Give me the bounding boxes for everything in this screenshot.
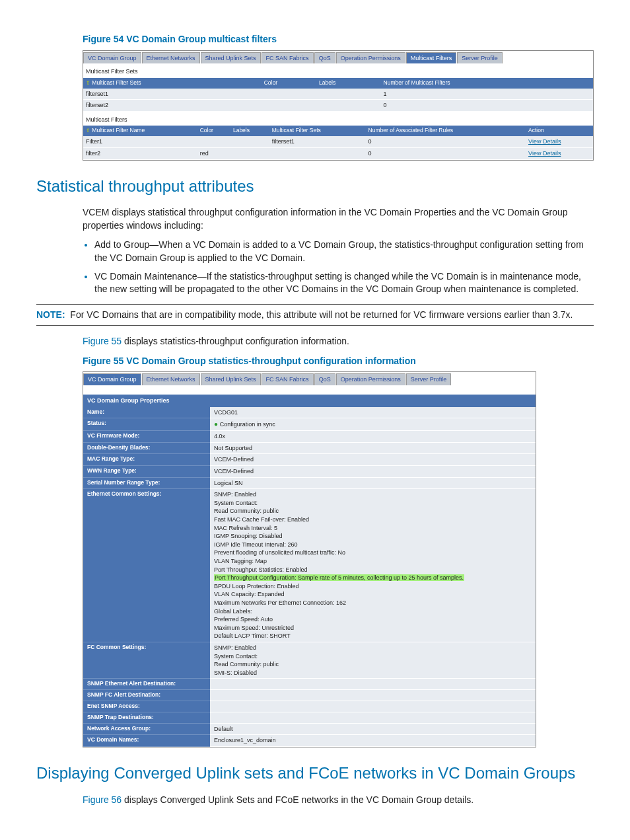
view-details-link[interactable]: View Details [528, 150, 561, 157]
tab-shared-uplink-sets[interactable]: Shared Uplink Sets [201, 373, 261, 385]
tab-qos[interactable]: QoS [314, 52, 335, 64]
prop-line: SMI-S: Disabled [214, 669, 532, 677]
table-row: filter2red0View Details [83, 147, 593, 159]
prop-label: Network Access Group: [83, 723, 210, 735]
prop-line: VLAN Capacity: Expanded [214, 590, 532, 599]
prop-line: MAC Refresh Interval: 5 [214, 524, 532, 533]
prop-label: Ethernet Common Settings: [83, 489, 210, 642]
cell: 0 [366, 136, 526, 147]
prop-label: Double-Density Blades: [83, 442, 210, 454]
prop-row: Ethernet Common Settings:SNMP: EnabledSy… [83, 489, 536, 642]
figure54-screenshot: VC Domain GroupEthernet NetworksShared U… [83, 50, 594, 161]
cell: Filter1 [83, 136, 197, 147]
prop-row: FC Common Settings:SNMP: EnabledSystem C… [83, 642, 536, 678]
bullet-item: Add to Group—When a VC Domain is added t… [94, 239, 594, 264]
col-header[interactable]: ⇧ Multicast Filter Name [83, 126, 197, 136]
prop-line: IGMP Idle Timeout Interval: 260 [214, 541, 532, 549]
prop-label: VC Domain Names: [83, 735, 210, 747]
filters-label: Multicast Filters [83, 112, 593, 126]
prop-value [210, 679, 536, 690]
cell [269, 147, 366, 159]
prop-row: Enet SNMP Access: [83, 701, 536, 712]
prop-label: SNMP FC Alert Destination: [83, 690, 210, 701]
cell: filterset1 [269, 136, 366, 147]
figure54-title: Figure 54 VC Domain Group multicast filt… [83, 33, 594, 46]
cell: filter2 [83, 147, 197, 159]
col-header[interactable]: Number of Associated Filter Rules [366, 126, 526, 136]
prop-value [210, 712, 536, 723]
view-details-link[interactable]: View Details [528, 138, 561, 145]
prop-row: VC Firmware Mode:4.0x [83, 431, 536, 443]
tab-operation-permissions[interactable]: Operation Permissions [336, 373, 405, 385]
col-header[interactable]: ⇧ Multicast Filter Sets [83, 77, 262, 88]
prop-value: SNMP: EnabledSystem Contact:Read Communi… [210, 642, 536, 678]
prop-label: Enet SNMP Access: [83, 701, 210, 712]
tab-fc-san-fabrics[interactable]: FC SAN Fabrics [262, 52, 314, 64]
table-row: Filter1filterset10View Details [83, 136, 593, 147]
prop-line: System Contact: [214, 652, 532, 661]
col-header[interactable]: Color [197, 126, 230, 136]
col-header[interactable]: Action [526, 126, 593, 136]
prop-value: ● Configuration in sync [210, 418, 536, 431]
prop-value: Enclosure1_vc_domain [210, 735, 536, 747]
cell [316, 100, 380, 112]
tab-multicast-filters[interactable]: Multicast Filters [406, 52, 457, 64]
tab-shared-uplink-sets[interactable]: Shared Uplink Sets [201, 52, 261, 64]
prop-line: SNMP: Enabled [214, 490, 532, 499]
prop-line: Maximum Networks Per Ethernet Connection… [214, 599, 532, 607]
col-header[interactable]: Labels [316, 77, 380, 88]
prop-line: Port Throughput Configuration: Sample ra… [214, 574, 532, 582]
tab-ethernet-networks[interactable]: Ethernet Networks [142, 373, 200, 385]
prop-value: Default [210, 723, 536, 735]
prop-value [210, 701, 536, 712]
note-box: NOTE: For VC Domains that are in compati… [36, 304, 594, 326]
section-stat-throughput-title: Statistical throughput attributes [36, 175, 594, 198]
prop-row: Name:VCDG01 [83, 407, 536, 418]
prop-row: SNMP FC Alert Destination: [83, 690, 536, 701]
prop-value: VCEM-Defined [210, 466, 536, 478]
prop-label: WWN Range Type: [83, 466, 210, 478]
prop-value: VCDG01 [210, 407, 536, 418]
tab-vc-domain-group[interactable]: VC Domain Group [83, 373, 141, 385]
tab-server-profile[interactable]: Server Profile [457, 52, 503, 64]
tab-qos[interactable]: QoS [314, 373, 335, 385]
prop-value [210, 690, 536, 701]
section2-para: Figure 56 displays Converged Uplink Sets… [83, 794, 594, 807]
figure56-link[interactable]: Figure 56 [83, 794, 122, 805]
status-ok-icon: ● [214, 420, 220, 428]
tab-server-profile[interactable]: Server Profile [406, 373, 452, 385]
cell: 0 [381, 100, 593, 112]
prop-line: Read Community: public [214, 507, 532, 515]
cell [316, 89, 380, 100]
cell: 1 [381, 89, 593, 100]
col-header[interactable]: Color [262, 77, 316, 88]
col-header[interactable]: Multicast Filter Sets [269, 126, 366, 136]
prop-value: 4.0x [210, 431, 536, 443]
tab-fc-san-fabrics[interactable]: FC SAN Fabrics [262, 373, 314, 385]
col-header[interactable]: Labels [230, 126, 269, 136]
prop-label: Status: [83, 418, 210, 431]
figure55-link[interactable]: Figure 55 [83, 336, 122, 346]
prop-line: Port Throughput Statistics: Enabled [214, 566, 532, 574]
prop-line: Preferred Speed: Auto [214, 615, 532, 624]
prop-row: VC Domain Names:Enclosure1_vc_domain [83, 735, 536, 747]
prop-row: SNMP Trap Destinations: [83, 712, 536, 723]
tab-ethernet-networks[interactable]: Ethernet Networks [142, 52, 200, 64]
cell [230, 136, 269, 147]
prop-row: Double-Density Blades:Not Supported [83, 442, 536, 454]
section-converged-title: Displaying Converged Uplink sets and FCo… [36, 762, 594, 784]
section1-intro: VCEM displays statistical throughput con… [83, 206, 594, 232]
filter-sets-label: Multicast Filter Sets [83, 63, 593, 77]
prop-line: BPDU Loop Protection: Enabled [214, 582, 532, 591]
col-header[interactable]: Number of Multicast Filters [381, 77, 593, 88]
prop-line: System Contact: [214, 499, 532, 508]
prop-value: SNMP: EnabledSystem Contact:Read Communi… [210, 489, 536, 642]
figure55-screenshot: VC Domain GroupEthernet NetworksShared U… [83, 371, 536, 747]
prop-value: Not Supported [210, 442, 536, 454]
prop-label: SNMP Ethernet Alert Destination: [83, 679, 210, 690]
prop-label: FC Common Settings: [83, 642, 210, 678]
prop-row: Network Access Group:Default [83, 723, 536, 735]
prop-line: Read Community: public [214, 660, 532, 669]
tab-operation-permissions[interactable]: Operation Permissions [336, 52, 405, 64]
tab-vc-domain-group[interactable]: VC Domain Group [83, 52, 141, 64]
